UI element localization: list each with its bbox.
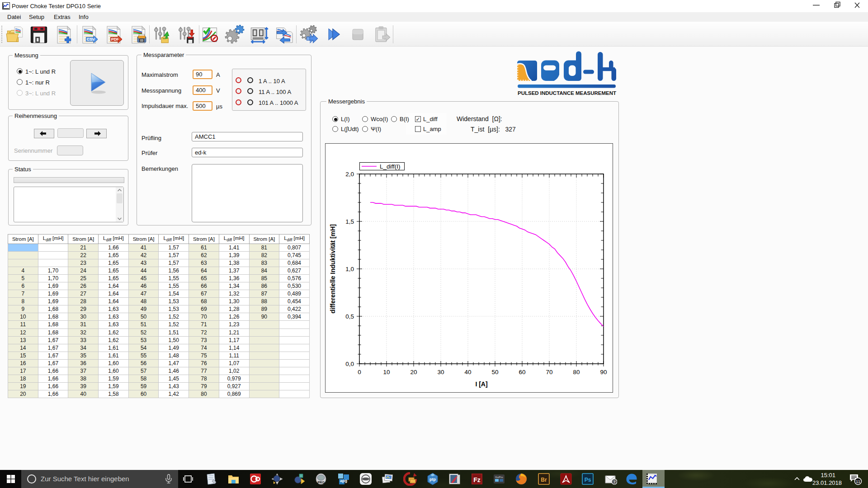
svg-text:ptp: ptp [429,477,436,482]
svg-text:40: 40 [464,369,471,375]
svg-text:1,5: 1,5 [345,218,354,225]
svg-text:0,5: 0,5 [345,313,354,320]
svg-text:PRO: PRO [317,481,325,484]
svg-text:PULSED INDUCTANCE MEASUREMENT: PULSED INDUCTANCE MEASUREMENT [518,90,616,96]
svg-text:Fz: Fz [473,476,481,483]
svg-text:70: 70 [546,369,552,375]
svg-text:CSV: CSV [87,37,95,42]
svg-text:PDF: PDF [111,37,119,42]
svg-text:20: 20 [410,369,417,375]
svg-text:0: 0 [358,369,361,375]
svg-text:Br: Br [541,477,547,483]
svg-text:2,0: 2,0 [345,171,354,178]
svg-text:I [A]: I [A] [475,380,487,388]
svg-text:differentielle Induktivität [m: differentielle Induktivität [mH] [329,224,336,314]
svg-text:60: 60 [519,369,525,375]
svg-text:7: 7 [613,480,615,484]
svg-text:80: 80 [573,369,580,375]
svg-text:90: 90 [600,369,607,375]
svg-text:1,0: 1,0 [345,266,354,272]
svg-text:50: 50 [491,369,498,375]
svg-text:Ps: Ps [585,477,591,483]
svg-text:30: 30 [437,369,444,375]
svg-text:0,0: 0,0 [345,361,354,367]
svg-text:11: 11 [856,479,860,484]
svg-text:L_diff(I): L_diff(I) [380,163,401,170]
svg-text:apg: apg [340,479,347,483]
svg-text:GoPro: GoPro [495,476,503,479]
svg-text:10: 10 [383,369,390,375]
